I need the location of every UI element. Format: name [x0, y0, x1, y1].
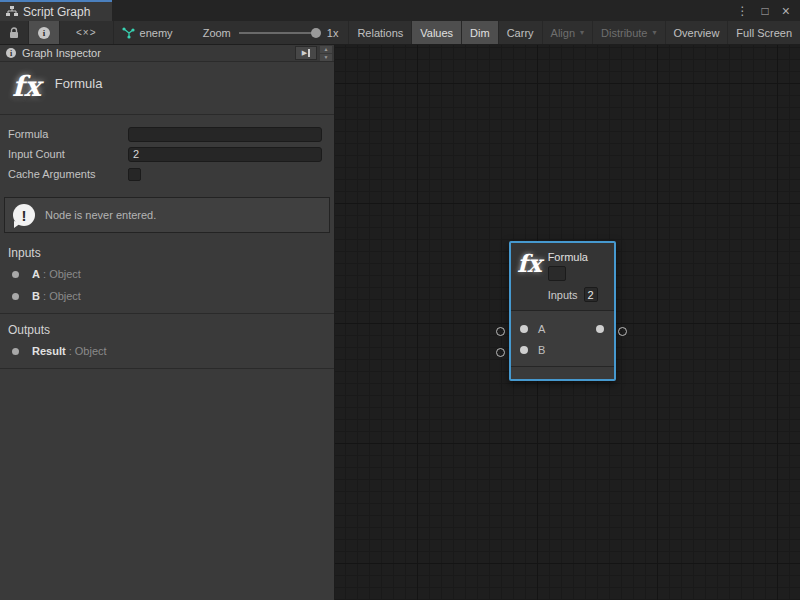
- graph-breadcrumb[interactable]: enemy: [114, 21, 183, 44]
- input-port-icon[interactable]: [520, 325, 528, 333]
- spin-down-icon[interactable]: ▼: [320, 54, 332, 61]
- panel-spinner: ▲ ▼: [320, 46, 332, 61]
- formula-node-footer: [511, 366, 614, 379]
- cache-arguments-label: Cache Arguments: [8, 168, 128, 180]
- spin-up-icon[interactable]: ▲: [320, 46, 332, 53]
- graph-inspector-panel: i Graph Inspector ▶ ▲ ▼ fx Formula Formu…: [0, 45, 335, 600]
- cache-arguments-row: Cache Arguments: [8, 164, 322, 184]
- title-bar: Script Graph ⋮ □ ×: [0, 0, 800, 21]
- node-title: Formula: [548, 251, 598, 263]
- close-icon[interactable]: ×: [782, 3, 790, 19]
- port-bullet-icon: [12, 271, 19, 278]
- unit-header: fx Formula: [0, 62, 334, 115]
- zoom-control: Zoom 1x: [193, 21, 350, 44]
- formula-fx-icon: fx: [8, 72, 41, 102]
- graph-icon: [122, 27, 135, 39]
- zoom-slider[interactable]: [239, 32, 319, 34]
- formula-node-body: A B: [511, 311, 614, 366]
- port-name: Result: [32, 345, 66, 357]
- port-type: Object: [49, 290, 81, 302]
- node-input-count[interactable]: 2: [584, 287, 598, 302]
- distribute-label: Distribute: [601, 27, 647, 39]
- node-port-a[interactable]: A: [511, 322, 545, 336]
- node-port-b[interactable]: B: [511, 343, 545, 357]
- carry-button[interactable]: Carry: [499, 21, 543, 44]
- inspector-title: Graph Inspector: [22, 47, 101, 59]
- formula-node-header: fx Formula Inputs 2: [511, 243, 614, 311]
- overview-button[interactable]: Overview: [666, 21, 729, 44]
- node-formula-input[interactable]: [548, 266, 566, 281]
- port-name: B: [32, 290, 40, 302]
- inputs-heading: Inputs: [0, 237, 334, 263]
- inspector-header: i Graph Inspector ▶ ▲ ▼: [0, 45, 334, 62]
- window-controls: ⋮ □ ×: [737, 0, 800, 21]
- dim-label: Dim: [470, 27, 490, 39]
- unconnected-port-ring[interactable]: [496, 348, 505, 357]
- code-icon: <×>: [76, 27, 97, 38]
- window-menu-icon[interactable]: ⋮: [737, 4, 749, 18]
- warning-text: Node is never entered.: [45, 209, 156, 221]
- formula-field-row: Formula: [8, 124, 322, 144]
- zoom-value: 1x: [327, 27, 339, 39]
- unconnected-port-ring[interactable]: [618, 327, 627, 336]
- port-separator: :: [40, 268, 49, 280]
- breadcrumb-label: enemy: [140, 27, 173, 39]
- inspector-fields: Formula Input Count 2 Cache Arguments: [0, 115, 334, 188]
- tab-script-graph[interactable]: Script Graph: [0, 0, 112, 21]
- distribute-button[interactable]: Distribute ▾: [593, 21, 665, 44]
- input-port-row-b: B : Object: [0, 285, 334, 307]
- warning-icon: !: [13, 204, 35, 226]
- formula-input[interactable]: [128, 127, 322, 142]
- section-divider: [0, 368, 334, 369]
- unit-title: Formula: [55, 72, 103, 91]
- output-port-icon[interactable]: [596, 325, 604, 333]
- output-port-row-result: Result : Object: [0, 340, 334, 362]
- zoom-slider-handle[interactable]: [311, 28, 321, 38]
- chevron-down-icon: ▾: [580, 28, 584, 37]
- graph-toolbar: i <×> enemy Zoom 1x Relations Values Dim…: [0, 21, 800, 45]
- inspector-toggle-button[interactable]: i: [29, 21, 60, 44]
- formula-node[interactable]: fx Formula Inputs 2 A B: [509, 241, 616, 381]
- port-name: A: [32, 268, 40, 280]
- formula-fx-icon: fx: [517, 251, 542, 304]
- port-bullet-icon: [12, 348, 19, 355]
- lock-icon: [9, 27, 19, 39]
- port-separator: :: [40, 290, 49, 302]
- node-inputs-label: Inputs: [548, 289, 578, 301]
- input-port-icon[interactable]: [520, 346, 528, 354]
- port-bullet-icon: [12, 293, 19, 300]
- tab-label: Script Graph: [23, 5, 90, 19]
- align-button[interactable]: Align ▾: [543, 21, 593, 44]
- input-count-input[interactable]: 2: [128, 147, 322, 162]
- warning-box: ! Node is never entered.: [4, 197, 330, 233]
- dim-button[interactable]: Dim: [462, 21, 499, 44]
- toolbar-spacer: [183, 21, 193, 44]
- dock-icon: ▶: [302, 49, 307, 57]
- align-label: Align: [551, 27, 575, 39]
- port-type: Object: [75, 345, 107, 357]
- values-label: Values: [420, 27, 453, 39]
- relations-label: Relations: [357, 27, 403, 39]
- port-type: Object: [49, 268, 81, 280]
- full-screen-button[interactable]: Full Screen: [728, 21, 800, 44]
- values-button[interactable]: Values: [412, 21, 462, 44]
- code-preview-button[interactable]: <×>: [60, 21, 114, 44]
- info-icon: i: [6, 48, 16, 58]
- outputs-heading: Outputs: [0, 314, 334, 340]
- port-separator: :: [66, 345, 75, 357]
- unconnected-port-ring[interactable]: [496, 327, 505, 336]
- dock-panel-button[interactable]: ▶: [295, 46, 317, 60]
- port-label: A: [538, 323, 545, 335]
- lock-button[interactable]: [0, 21, 29, 44]
- input-count-label: Input Count: [8, 148, 128, 160]
- maximize-icon[interactable]: □: [762, 4, 769, 18]
- carry-label: Carry: [507, 27, 534, 39]
- dock-bar-icon: [308, 49, 310, 57]
- port-label: B: [538, 344, 545, 356]
- cache-arguments-checkbox[interactable]: [128, 168, 141, 181]
- formula-field-label: Formula: [8, 128, 128, 140]
- relations-button[interactable]: Relations: [349, 21, 412, 44]
- graph-canvas[interactable]: fx Formula Inputs 2 A B: [335, 45, 800, 600]
- zoom-label: Zoom: [203, 27, 231, 39]
- input-count-field-row: Input Count 2: [8, 144, 322, 164]
